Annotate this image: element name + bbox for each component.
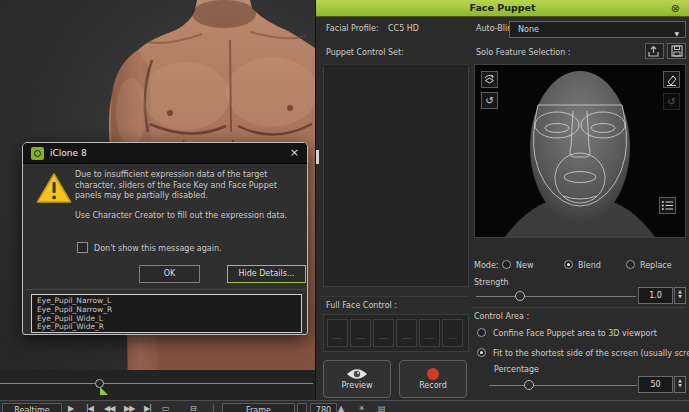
percentage-label: Percentage — [494, 365, 539, 374]
previous-frame-button[interactable]: ◀◀ — [104, 403, 114, 412]
frame-mode-button[interactable]: Frame — [222, 403, 295, 412]
dialog-message: Due to insufficient expression data of t… — [75, 170, 305, 221]
panel-close-icon[interactable]: ⊗ — [671, 2, 680, 15]
export-up-icon[interactable]: ▲ — [338, 403, 344, 412]
panel-splitter-handle[interactable] — [316, 150, 319, 164]
chevron-down-icon: ▼ — [674, 26, 679, 41]
strength-label: Strength — [474, 278, 509, 287]
control-area-fit-label[interactable]: Fit to the shortest side of the screen (… — [493, 349, 689, 358]
record-button[interactable]: Record — [399, 360, 467, 398]
mode-blend-label[interactable]: Blend — [578, 261, 601, 270]
dialog-message-line2: Use Character Creator to fill out the ex… — [75, 211, 305, 222]
face-control-slot[interactable] — [396, 319, 417, 347]
next-frame-button[interactable]: ▶▶ — [124, 403, 134, 412]
load-preset-icon[interactable] — [645, 43, 664, 59]
details-item: Eye_Pupil_Wide_R — [37, 323, 296, 332]
save-preset-icon[interactable] — [667, 43, 686, 59]
full-face-control-label: Full Face Control : — [326, 301, 397, 310]
ok-button[interactable]: OK — [139, 265, 200, 283]
frame-spinner-box[interactable] — [297, 403, 307, 412]
mode-new-label[interactable]: New — [516, 261, 533, 270]
hide-details-button[interactable]: Hide Details... — [227, 265, 306, 283]
strength-slider-track[interactable] — [476, 296, 636, 297]
realtime-label: Realtime — [14, 406, 49, 412]
facial-profile-label: Facial Profile: — [326, 24, 379, 33]
details-list[interactable]: Eye_Pupil_Narrow_L Eye_Pupil_Narrow_R Ey… — [31, 294, 302, 333]
face-control-slot[interactable] — [442, 319, 463, 347]
face-control-slot[interactable] — [350, 319, 371, 347]
dialog-titlebar[interactable]: iClone 8 × — [23, 143, 307, 164]
right-column-divider — [472, 307, 686, 308]
eye-icon — [324, 361, 390, 381]
face-puppet-panel: Face Puppet ⊗ Facial Profile: CC5 HD Aut… — [315, 0, 689, 400]
display-monitor-icon[interactable]: ▤ — [378, 403, 386, 412]
left-column-divider — [320, 296, 469, 297]
mode-radio-replace[interactable] — [626, 260, 635, 269]
face-control-slot[interactable] — [373, 319, 394, 347]
mode-replace-label[interactable]: Replace — [640, 261, 672, 270]
transport-bar: Realtime ▶ |◀ ◀◀ ▶▶ ▶| ▭ ⊟ | Frame 780 ▲… — [0, 400, 689, 412]
dialog-title: iClone 8 — [50, 148, 87, 158]
auto-blink-dropdown[interactable]: None ▼ — [509, 21, 686, 38]
mode-label: Mode: — [474, 261, 499, 270]
render-sun-icon[interactable]: ☀ — [358, 403, 365, 412]
iclone-warning-dialog: iClone 8 × Due to insufficient expressio… — [22, 142, 308, 335]
mode-radio-blend[interactable] — [564, 260, 573, 269]
puppet-control-set-list[interactable] — [323, 66, 469, 287]
mode-radio-new[interactable] — [502, 260, 511, 269]
face-control-slot[interactable] — [419, 319, 440, 347]
face-wireframe — [475, 65, 685, 237]
reset-view-icon[interactable]: ↺ — [481, 92, 498, 109]
control-area-radio-confine[interactable] — [477, 328, 486, 337]
spinner-down-icon[interactable]: ▼ — [675, 295, 685, 300]
frame-label: Frame — [246, 406, 271, 412]
range-button[interactable]: ⊟ — [190, 403, 197, 412]
play-button[interactable]: ▶ — [68, 403, 73, 412]
frame-value: 780 — [316, 406, 331, 412]
transport-divider: | — [212, 403, 215, 412]
timeline-track[interactable] — [0, 383, 313, 384]
reset-feature-icon-disabled: ↺ — [663, 93, 680, 110]
dont-show-again-label: Don't show this message again. — [94, 244, 222, 253]
solo-feature-label: Solo Feature Selection : — [476, 48, 571, 57]
frame-value-field[interactable]: 780 — [310, 403, 337, 412]
eraser-icon[interactable] — [663, 71, 680, 88]
iclone-app-window: Realtime ▶ |◀ ◀◀ ▶▶ ▶| ▭ ⊟ | Frame 780 ▲… — [0, 0, 689, 412]
full-face-control-slots — [323, 314, 469, 352]
control-area-radio-fit[interactable] — [477, 348, 486, 357]
dialog-separator — [26, 289, 306, 290]
preview-button[interactable]: Preview — [323, 360, 391, 398]
control-area-label: Control Area : — [474, 312, 529, 321]
iclone-app-icon — [31, 147, 44, 160]
record-label: Record — [400, 381, 466, 390]
feature-list-icon[interactable] — [659, 197, 676, 214]
auto-blink-value: None — [518, 25, 539, 34]
panel-header[interactable]: Face Puppet ⊗ — [316, 0, 689, 17]
strength-spinner[interactable]: ▲ ▼ — [674, 287, 686, 304]
facial-profile-value: CC5 HD — [388, 24, 419, 33]
percentage-slider-handle[interactable] — [524, 380, 534, 390]
record-icon — [427, 368, 439, 380]
percentage-slider-track[interactable] — [489, 385, 637, 386]
spinner-down-icon[interactable]: ▼ — [675, 384, 685, 389]
timeline[interactable] — [0, 370, 315, 400]
playhead-marker[interactable] — [100, 387, 108, 395]
loop-button[interactable]: ▭ — [162, 403, 170, 412]
solo-feature-face-preview[interactable]: ↺ ↺ — [474, 64, 686, 238]
go-to-end-button[interactable]: ▶| — [144, 403, 151, 412]
puppet-control-set-label: Puppet Control Set: — [326, 48, 404, 57]
percentage-value-field[interactable]: 50 — [638, 376, 673, 393]
realtime-dropdown[interactable]: Realtime — [2, 403, 62, 412]
percentage-spinner[interactable]: ▲ ▼ — [674, 376, 686, 393]
strength-slider-handle[interactable] — [515, 291, 525, 301]
preview-label: Preview — [324, 381, 390, 390]
dialog-message-line1: Due to insufficient expression data of t… — [75, 170, 305, 202]
face-control-slot[interactable] — [327, 319, 348, 347]
dont-show-again-checkbox[interactable] — [77, 242, 88, 253]
strength-value-field[interactable]: 1.0 — [638, 287, 673, 304]
dialog-close-icon[interactable]: × — [290, 146, 299, 159]
control-area-confine-label[interactable]: Confine Face Puppet area to 3D viewport — [493, 329, 657, 338]
rotate-3d-icon[interactable] — [481, 71, 498, 88]
warning-icon — [36, 172, 72, 207]
go-to-start-button[interactable]: |◀ — [86, 403, 93, 412]
